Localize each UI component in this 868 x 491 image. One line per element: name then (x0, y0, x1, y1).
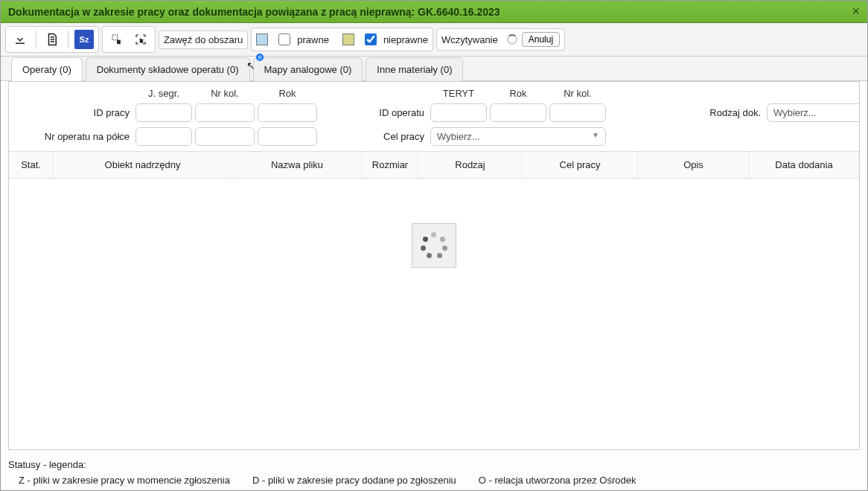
main-panel: J. segr. Nr kol. Rok TERYT Rok Nr kol. I… (8, 81, 860, 450)
tab-operaty[interactable]: Operaty (0) (11, 57, 83, 81)
th-rozmiar: Rozmiar (363, 152, 418, 178)
label-rodzajdok: Rodzaj dok. (704, 107, 764, 118)
pointer-select-icon[interactable] (107, 30, 127, 49)
input-idoperatu-teryt[interactable] (430, 103, 487, 122)
app-window: Dokumentacja w zakresie pracy oraz dokum… (0, 0, 868, 491)
col-rok2: Rok (490, 88, 546, 99)
loading-spinner-icon (507, 34, 517, 45)
titlebar: Dokumentacja w zakresie pracy oraz dokum… (1, 1, 867, 23)
th-opis: Opis (638, 152, 750, 178)
filter-form: J. segr. Nr kol. Rok TERYT Rok Nr kol. I… (9, 82, 859, 151)
busy-cursor-icon (256, 54, 264, 61)
label-nieprawne: nieprawne (383, 34, 428, 45)
toolbar-group-select (102, 26, 156, 53)
col-nrkol2: Nr kol. (549, 88, 606, 99)
loading-dots-icon (421, 232, 447, 259)
th-stat: Stat. (9, 152, 54, 178)
sz-icon[interactable]: Sz (74, 30, 94, 49)
legend-z: Z - pliki w zakresie pracy w momencie zg… (19, 475, 230, 486)
input-nroperatu-3[interactable] (258, 127, 317, 146)
document-icon[interactable] (42, 30, 62, 49)
toolbar: Sz Zawęź do obszaru prawne nieprawne Wcz… (1, 23, 867, 57)
cursor-arrow-icon: ↖ (246, 60, 255, 71)
th-data: Data dodania (750, 152, 859, 178)
cancel-button[interactable]: Anuluj (522, 32, 560, 47)
input-idoperatu-nrkol[interactable] (549, 103, 606, 122)
label-prawne: prawne (297, 34, 329, 45)
checkbox-nieprawne[interactable] (365, 33, 377, 45)
close-icon[interactable]: × (852, 4, 860, 19)
input-idpracy-rok[interactable] (258, 103, 317, 122)
select-rodzajdok[interactable]: Wybierz... (767, 103, 860, 122)
tab-inne[interactable]: Inne materiały (0) (366, 57, 463, 81)
legend-d: D - pliki w zakresie pracy dodane po zgł… (252, 475, 456, 486)
loading-label: Wczytywanie (441, 34, 498, 45)
col-nrkol: Nr kol. (195, 88, 255, 99)
download-icon[interactable] (10, 30, 30, 49)
pointer-expand-icon[interactable] (131, 30, 150, 49)
col-teryt: TERYT (430, 88, 487, 99)
narrow-area-button[interactable]: Zawęź do obszaru (159, 31, 248, 49)
label-nroperatu: Nr operatu na półce (13, 131, 133, 142)
col-rok: Rok (258, 88, 317, 99)
swatch-prawne (256, 33, 268, 45)
select-celpracy[interactable]: Wybierz... (430, 127, 606, 146)
legal-filter-group: prawne nieprawne (251, 28, 433, 51)
th-cel: Cel pracy (523, 152, 638, 178)
legend: Statusy - legenda: Z - pliki w zakresie … (1, 455, 867, 490)
svg-rect-0 (112, 35, 118, 40)
narrow-area-label: Zawęź do obszaru (164, 34, 243, 45)
loading-overlay (412, 223, 456, 268)
th-obiekt: Obiekt nadrzędny (54, 152, 232, 178)
th-nazwa: Nazwa pliku (232, 152, 363, 178)
th-rodzaj: Rodzaj (418, 152, 523, 178)
table-body[interactable] (9, 179, 859, 449)
tab-dokumenty[interactable]: Dokumenty składowe operatu (0) (86, 57, 250, 81)
label-idoperatu: ID operatu (353, 107, 427, 118)
swatch-nieprawne (342, 33, 354, 45)
col-jsegr: J. segr. (135, 88, 192, 99)
input-nroperatu-2[interactable] (195, 127, 255, 146)
legend-title: Statusy - legenda: (8, 459, 860, 470)
table-header: Stat. Obiekt nadrzędny Nazwa pliku Rozmi… (9, 151, 859, 179)
legend-o: O - relacja utworzona przez Ośrodek (479, 475, 636, 486)
input-idoperatu-rok[interactable] (490, 103, 546, 122)
input-idpracy-jsegr[interactable] (135, 103, 192, 122)
checkbox-prawne[interactable] (278, 33, 290, 45)
loading-group: Wczytywanie Anuluj (436, 28, 565, 51)
toolbar-group-file: Sz (5, 26, 99, 53)
tab-mapy[interactable]: Mapy analogowe (0) (253, 57, 363, 81)
window-title: Dokumentacja w zakresie pracy oraz dokum… (8, 6, 500, 18)
label-idpracy: ID pracy (13, 107, 133, 118)
tabs: Operaty (0) Dokumenty składowe operatu (… (1, 57, 867, 81)
input-nroperatu-1[interactable] (135, 127, 192, 146)
label-celpracy: Cel pracy (353, 131, 427, 142)
input-idpracy-nrkol[interactable] (195, 103, 255, 122)
